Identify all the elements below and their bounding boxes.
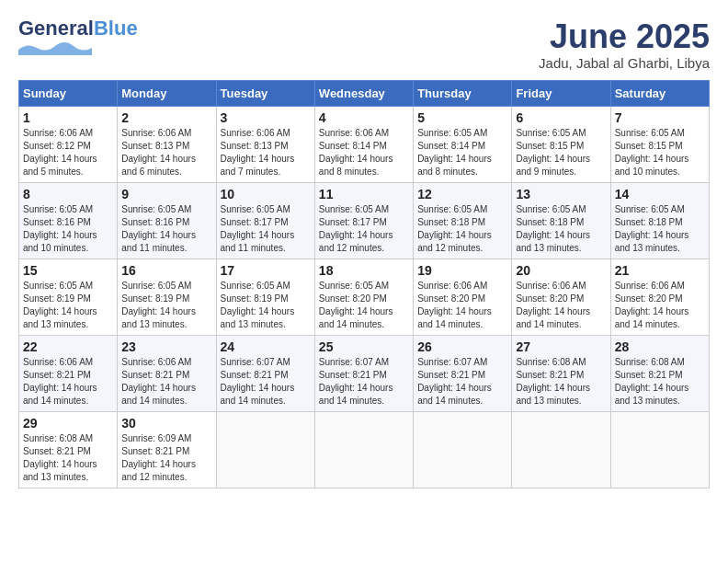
- title-section: June 2025 Jadu, Jabal al Gharbi, Libya: [539, 18, 710, 71]
- weekday-header: Saturday: [610, 80, 709, 106]
- day-number: 26: [417, 339, 507, 354]
- day-number: 19: [417, 263, 507, 278]
- day-number: 28: [615, 339, 705, 354]
- day-info: Sunrise: 6:06 AM Sunset: 8:20 PM Dayligh…: [417, 281, 492, 329]
- weekday-header: Friday: [512, 80, 610, 106]
- day-info: Sunrise: 6:05 AM Sunset: 8:19 PM Dayligh…: [23, 281, 97, 329]
- day-info: Sunrise: 6:05 AM Sunset: 8:19 PM Dayligh…: [221, 281, 295, 329]
- calendar-day-cell: 13 Sunrise: 6:05 AM Sunset: 8:18 PM Dayl…: [512, 182, 610, 259]
- day-number: 29: [23, 416, 113, 431]
- day-number: 17: [221, 263, 311, 278]
- day-number: 30: [121, 416, 211, 431]
- calendar-day-cell: 22 Sunrise: 6:06 AM Sunset: 8:21 PM Dayl…: [19, 335, 118, 411]
- calendar-day-cell: 29 Sunrise: 6:08 AM Sunset: 8:21 PM Dayl…: [19, 411, 118, 488]
- day-number: 4: [319, 110, 409, 125]
- weekday-header-row: SundayMondayTuesdayWednesdayThursdayFrid…: [19, 80, 710, 106]
- day-info: Sunrise: 6:05 AM Sunset: 8:15 PM Dayligh…: [516, 128, 590, 177]
- calendar-day-cell: [414, 411, 512, 488]
- calendar-day-cell: [314, 411, 413, 488]
- day-info: Sunrise: 6:05 AM Sunset: 8:17 PM Dayligh…: [319, 204, 393, 253]
- calendar-day-cell: 12 Sunrise: 6:05 AM Sunset: 8:18 PM Dayl…: [414, 182, 512, 259]
- day-number: 15: [23, 263, 113, 278]
- day-number: 25: [319, 339, 409, 354]
- day-number: 20: [516, 263, 606, 278]
- day-info: Sunrise: 6:05 AM Sunset: 8:18 PM Dayligh…: [615, 204, 689, 253]
- day-number: 1: [23, 110, 113, 125]
- day-info: Sunrise: 6:05 AM Sunset: 8:14 PM Dayligh…: [417, 128, 492, 177]
- day-info: Sunrise: 6:05 AM Sunset: 8:20 PM Dayligh…: [319, 281, 393, 329]
- calendar-day-cell: 28 Sunrise: 6:08 AM Sunset: 8:21 PM Dayl…: [610, 335, 709, 411]
- logo: GeneralBlue: [18, 18, 138, 55]
- calendar-day-cell: 27 Sunrise: 6:08 AM Sunset: 8:21 PM Dayl…: [512, 335, 610, 411]
- calendar-week-row: 8 Sunrise: 6:05 AM Sunset: 8:16 PM Dayli…: [19, 182, 710, 259]
- day-info: Sunrise: 6:06 AM Sunset: 8:13 PM Dayligh…: [221, 128, 295, 177]
- logo-wave-icon: [18, 39, 101, 55]
- calendar-day-cell: 20 Sunrise: 6:06 AM Sunset: 8:20 PM Dayl…: [512, 259, 610, 335]
- calendar-day-cell: 7 Sunrise: 6:05 AM Sunset: 8:15 PM Dayli…: [610, 106, 709, 182]
- day-number: 18: [319, 263, 409, 278]
- calendar-day-cell: 24 Sunrise: 6:07 AM Sunset: 8:21 PM Dayl…: [216, 335, 314, 411]
- calendar-day-cell: 11 Sunrise: 6:05 AM Sunset: 8:17 PM Dayl…: [314, 182, 413, 259]
- day-info: Sunrise: 6:05 AM Sunset: 8:16 PM Dayligh…: [23, 204, 97, 253]
- logo-text: GeneralBlue: [18, 18, 138, 39]
- calendar-week-row: 15 Sunrise: 6:05 AM Sunset: 8:19 PM Dayl…: [19, 259, 710, 335]
- day-info: Sunrise: 6:07 AM Sunset: 8:21 PM Dayligh…: [221, 357, 295, 406]
- day-number: 2: [121, 110, 211, 125]
- calendar-day-cell: 6 Sunrise: 6:05 AM Sunset: 8:15 PM Dayli…: [512, 106, 610, 182]
- calendar-day-cell: 2 Sunrise: 6:06 AM Sunset: 8:13 PM Dayli…: [118, 106, 216, 182]
- calendar-day-cell: 18 Sunrise: 6:05 AM Sunset: 8:20 PM Dayl…: [314, 259, 413, 335]
- day-number: 24: [221, 339, 311, 354]
- calendar-day-cell: 23 Sunrise: 6:06 AM Sunset: 8:21 PM Dayl…: [118, 335, 216, 411]
- day-info: Sunrise: 6:05 AM Sunset: 8:19 PM Dayligh…: [121, 281, 196, 329]
- calendar-day-cell: 26 Sunrise: 6:07 AM Sunset: 8:21 PM Dayl…: [414, 335, 512, 411]
- calendar-day-cell: 19 Sunrise: 6:06 AM Sunset: 8:20 PM Dayl…: [414, 259, 512, 335]
- calendar-day-cell: 16 Sunrise: 6:05 AM Sunset: 8:19 PM Dayl…: [118, 259, 216, 335]
- weekday-header: Wednesday: [314, 80, 413, 106]
- day-info: Sunrise: 6:07 AM Sunset: 8:21 PM Dayligh…: [319, 357, 393, 406]
- day-number: 14: [615, 187, 705, 201]
- day-number: 9: [121, 187, 211, 201]
- day-number: 7: [615, 110, 705, 125]
- day-info: Sunrise: 6:06 AM Sunset: 8:20 PM Dayligh…: [516, 281, 590, 329]
- day-info: Sunrise: 6:06 AM Sunset: 8:14 PM Dayligh…: [319, 128, 393, 177]
- day-number: 12: [417, 187, 507, 201]
- calendar-day-cell: 5 Sunrise: 6:05 AM Sunset: 8:14 PM Dayli…: [414, 106, 512, 182]
- calendar-day-cell: 30 Sunrise: 6:09 AM Sunset: 8:21 PM Dayl…: [118, 411, 216, 488]
- day-info: Sunrise: 6:05 AM Sunset: 8:18 PM Dayligh…: [516, 204, 590, 253]
- calendar-day-cell: 1 Sunrise: 6:06 AM Sunset: 8:12 PM Dayli…: [19, 106, 118, 182]
- calendar-table: SundayMondayTuesdayWednesdayThursdayFrid…: [18, 80, 710, 488]
- weekday-header: Monday: [118, 80, 216, 106]
- calendar-day-cell: 14 Sunrise: 6:05 AM Sunset: 8:18 PM Dayl…: [610, 182, 709, 259]
- day-number: 21: [615, 263, 705, 278]
- day-info: Sunrise: 6:08 AM Sunset: 8:21 PM Dayligh…: [23, 433, 97, 482]
- day-info: Sunrise: 6:08 AM Sunset: 8:21 PM Dayligh…: [516, 357, 590, 406]
- day-info: Sunrise: 6:06 AM Sunset: 8:21 PM Dayligh…: [23, 357, 97, 406]
- day-info: Sunrise: 6:05 AM Sunset: 8:15 PM Dayligh…: [615, 128, 689, 177]
- day-info: Sunrise: 6:06 AM Sunset: 8:12 PM Dayligh…: [23, 128, 97, 177]
- day-info: Sunrise: 6:08 AM Sunset: 8:21 PM Dayligh…: [615, 357, 689, 406]
- calendar-day-cell: 17 Sunrise: 6:05 AM Sunset: 8:19 PM Dayl…: [216, 259, 314, 335]
- day-number: 10: [221, 187, 311, 201]
- day-number: 11: [319, 187, 409, 201]
- day-number: 16: [121, 263, 211, 278]
- day-info: Sunrise: 6:05 AM Sunset: 8:17 PM Dayligh…: [221, 204, 295, 253]
- day-number: 23: [121, 339, 211, 354]
- day-number: 5: [417, 110, 507, 125]
- calendar-day-cell: [610, 411, 709, 488]
- day-info: Sunrise: 6:06 AM Sunset: 8:20 PM Dayligh…: [615, 281, 689, 329]
- day-number: 3: [221, 110, 311, 125]
- day-info: Sunrise: 6:06 AM Sunset: 8:13 PM Dayligh…: [121, 128, 196, 177]
- day-info: Sunrise: 6:05 AM Sunset: 8:18 PM Dayligh…: [417, 204, 492, 253]
- calendar-week-row: 29 Sunrise: 6:08 AM Sunset: 8:21 PM Dayl…: [19, 411, 710, 488]
- weekday-header: Thursday: [414, 80, 512, 106]
- day-number: 6: [516, 110, 606, 125]
- calendar-day-cell: 8 Sunrise: 6:05 AM Sunset: 8:16 PM Dayli…: [19, 182, 118, 259]
- calendar-day-cell: 4 Sunrise: 6:06 AM Sunset: 8:14 PM Dayli…: [314, 106, 413, 182]
- day-info: Sunrise: 6:07 AM Sunset: 8:21 PM Dayligh…: [417, 357, 492, 406]
- calendar-day-cell: 10 Sunrise: 6:05 AM Sunset: 8:17 PM Dayl…: [216, 182, 314, 259]
- weekday-header: Sunday: [19, 80, 118, 106]
- day-info: Sunrise: 6:09 AM Sunset: 8:21 PM Dayligh…: [121, 433, 196, 482]
- day-info: Sunrise: 6:06 AM Sunset: 8:21 PM Dayligh…: [121, 357, 196, 406]
- day-number: 13: [516, 187, 606, 201]
- calendar-day-cell: 3 Sunrise: 6:06 AM Sunset: 8:13 PM Dayli…: [216, 106, 314, 182]
